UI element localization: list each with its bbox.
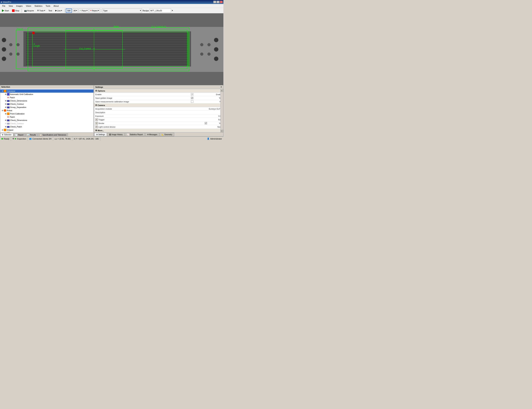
ready-indicator <box>1 138 3 139</box>
settings-header-bar: Settings ✕ <box>94 85 223 89</box>
tree-item-check-patch[interactable]: ⊞ Check_Patch <box>0 125 93 128</box>
tree-label-conveyor: Conveyor <box>7 90 15 92</box>
enable-check[interactable]: ✓ <box>191 93 193 95</box>
live-button[interactable]: ▶ Live ▾ <box>54 9 63 13</box>
tree-item-patch[interactable]: ✕ Patch <box>0 96 93 99</box>
expand-icon-point-cal[interactable]: ⊞ <box>5 112 7 115</box>
still-label: Still <box>67 9 71 12</box>
settings-tab-settings[interactable]: ⚙ Settings <box>94 133 107 136</box>
menu-file[interactable]: File <box>1 5 7 7</box>
selection-panel: Selection ⊟ Conveyor ⊞ Automatic Grid Ca… <box>0 85 94 136</box>
camera-collapse-icon[interactable]: ⊟ <box>95 104 97 106</box>
expand-icon-check-cont2[interactable]: ⊞ <box>5 122 7 125</box>
menu-images[interactable]: Images <box>15 5 24 7</box>
tab-results[interactable]: 📊 Results <box>25 133 37 136</box>
recipe-input[interactable] <box>150 9 171 13</box>
tree-item-patch2[interactable]: ✕ Patch <box>0 115 93 119</box>
strobe-expand-icon[interactable]: + <box>95 122 98 125</box>
golden-check[interactable]: ✓ <box>191 97 193 99</box>
settings-tab-messages[interactable]: ✉ Messages <box>145 133 159 136</box>
stop-button[interactable]: Stop <box>11 9 20 13</box>
inspection-icon2: ▶ <box>15 138 16 140</box>
maximize-button[interactable]: □ <box>216 1 219 3</box>
scroll-down-button[interactable]: ▼ <box>221 130 223 132</box>
expand-icon-auto-grid[interactable]: ⊞ <box>5 93 7 95</box>
pass-dropdown[interactable]: ✓ Pass ▾ <box>79 9 88 13</box>
status-user: 👤 Administrator <box>206 137 223 141</box>
close-button[interactable]: ✕ <box>220 1 223 3</box>
settings-tab-history[interactable]: 🖼 Image History <box>107 133 125 136</box>
tree-item-check-dim2[interactable]: ⊞ Check_Dimensions <box>0 119 93 122</box>
settings-tab-geometry[interactable]: 📐 Geometry <box>160 133 174 136</box>
tree-item-gripper[interactable]: ⊟ Gripper <box>0 128 93 132</box>
menu-vision[interactable]: Vision <box>24 5 33 7</box>
tree-item-auto-grid[interactable]: ⊞ Automatic Grid Calibration <box>0 93 93 96</box>
scroll-up-button[interactable]: ▲ <box>221 89 223 92</box>
settings-tab-stats[interactable]: 📈 Statistics Report <box>125 133 145 136</box>
tree-item-check-cont[interactable]: ⊞ Check_Contour <box>0 102 93 106</box>
strobe-check[interactable]: ✓ <box>205 122 207 124</box>
acquire-button[interactable]: 📷 Acquire <box>23 9 35 13</box>
user-text: Administrator <box>210 138 222 140</box>
reject-dropdown[interactable]: ✕ Reject ▾ <box>89 9 100 13</box>
type-dropdown[interactable]: Type ▾ <box>102 9 142 13</box>
camera-section-header: ⊟ Camera <box>94 103 223 107</box>
tree-item-robot[interactable]: ⊟ Robot <box>0 109 93 112</box>
light-expand-icon[interactable]: + <box>95 126 98 128</box>
svg-line-42 <box>92 29 94 31</box>
more-section-header[interactable]: ⊞ More... <box>94 129 223 132</box>
panel-area: Selection ⊟ Conveyor ⊞ Automatic Grid Ca… <box>0 85 223 136</box>
expand-icon-robot[interactable]: ⊟ <box>1 109 4 112</box>
tab-report[interactable]: 📄 Report <box>14 133 25 136</box>
expand-icon-patch[interactable] <box>5 96 7 99</box>
expand-icon-check-dim[interactable]: ⊞ <box>5 100 7 102</box>
tree-label-patch: Patch <box>10 96 15 99</box>
tab-selection[interactable]: ⚙ Selection <box>0 133 13 136</box>
menu-view[interactable]: View <box>7 5 14 7</box>
reject-dropdown-icon: ▾ <box>98 9 99 12</box>
tab-specs[interactable]: 📋 Specifications and Tolerances <box>38 133 68 136</box>
expand-icon-check-dim2[interactable]: ⊞ <box>5 119 7 121</box>
settings-panel: Settings ✕ ⊟ Options Enable ✓ Enable Sav… <box>94 85 223 136</box>
trigger-expand-icon[interactable]: + <box>95 118 98 121</box>
train-button[interactable]: ⚙ Train ▾ <box>36 9 46 13</box>
trigger-value: Fast <box>208 119 222 121</box>
minimize-button[interactable]: — <box>213 1 216 3</box>
tree-item-check-dim[interactable]: ⊞ Check_Dimensions <box>0 99 93 102</box>
reject-icon: ✕ <box>90 9 92 12</box>
svg-point-18 <box>2 47 6 52</box>
tree-view[interactable]: ⊟ Conveyor ⊞ Automatic Grid Calibration … <box>0 89 93 132</box>
type-dropdown-icon: ▾ <box>140 9 141 12</box>
separator-2 <box>64 9 65 13</box>
measurements-check[interactable] <box>191 100 193 103</box>
expand-icon-group-sep[interactable]: ⊞ <box>5 106 7 109</box>
tree-label-point-cal: Point Calibration <box>10 113 25 115</box>
start-button[interactable]: Start <box>1 9 10 13</box>
expand-icon-check-patch[interactable]: ⊞ <box>5 125 7 128</box>
svg-rect-48 <box>32 32 35 34</box>
user-icon: 👤 <box>207 138 209 140</box>
test-button[interactable]: Test <box>47 9 53 13</box>
expand-icon-gripper[interactable]: ⊟ <box>1 129 4 131</box>
settings-close-button[interactable]: ✕ <box>220 86 222 88</box>
recipe-dropdown-icon[interactable]: ▾ <box>172 9 173 12</box>
menu-about[interactable]: About <box>52 5 60 7</box>
tree-item-conveyor[interactable]: ⊟ Conveyor <box>0 89 93 93</box>
status-xy: X,Y = (67.41, 1426.34) : 165 <box>72 137 100 141</box>
all-dropdown[interactable]: All ▾ <box>72 9 78 13</box>
more-expand-icon[interactable]: ⊞ <box>95 129 97 132</box>
tab-results-icon: 📊 <box>27 134 29 136</box>
messages-tab-label: Messages <box>149 134 157 136</box>
tree-item-check-cont2[interactable]: ⊞ Check_Contour <box>0 122 93 125</box>
menu-tools[interactable]: Tools <box>44 5 52 7</box>
expand-icon-conveyor[interactable]: ⊟ <box>1 90 4 92</box>
tree-item-point-cal[interactable]: ⊞ Point Calibration <box>0 112 93 115</box>
expand-icon-patch2[interactable] <box>5 116 7 118</box>
options-collapse-icon[interactable]: ⊟ <box>95 90 97 92</box>
still-button[interactable]: Still <box>66 9 72 13</box>
tree-label-patch2: Patch <box>10 116 15 118</box>
expand-icon-check-cont[interactable]: ⊞ <box>5 103 7 105</box>
tree-item-group-sep[interactable]: ⊞ Group_Separation <box>0 106 93 109</box>
menu-statistics[interactable]: Statistics <box>33 5 44 7</box>
svg-rect-38 <box>66 30 123 68</box>
